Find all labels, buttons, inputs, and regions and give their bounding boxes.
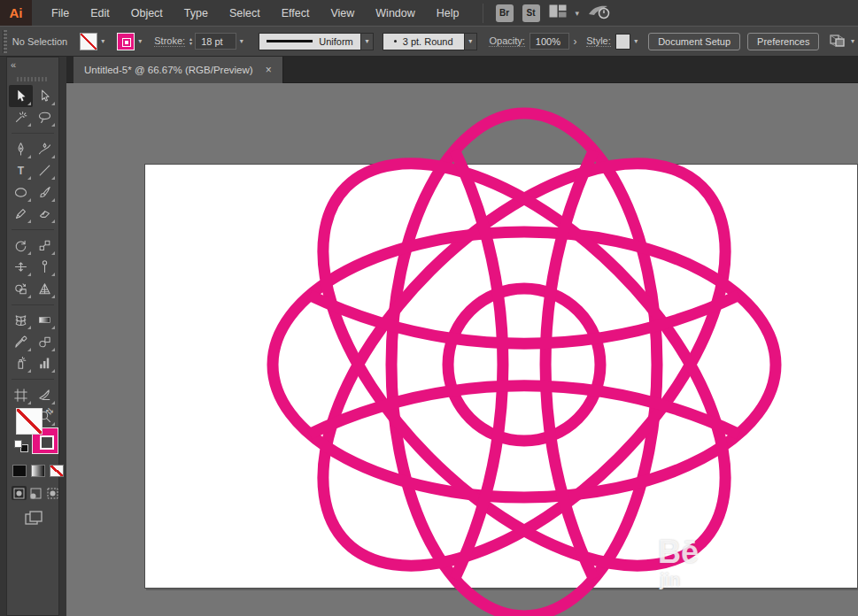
- puppet-warp-tool[interactable]: [33, 257, 57, 279]
- scale-tool[interactable]: [33, 235, 57, 257]
- mesh-tool[interactable]: [9, 310, 33, 332]
- selection-tool[interactable]: [9, 85, 33, 107]
- paintbrush-tool[interactable]: [33, 181, 57, 204]
- tab-close-icon[interactable]: ×: [266, 64, 272, 76]
- direct-selection-tool[interactable]: [33, 85, 57, 107]
- lasso-tool[interactable]: [33, 107, 57, 129]
- fill-chevron-icon[interactable]: ▾: [97, 37, 108, 45]
- menu-item-select[interactable]: Select: [219, 2, 271, 25]
- stroke-weight-chevron-icon[interactable]: ▾: [236, 37, 247, 45]
- width-profile-dropdown[interactable]: Uniform: [259, 33, 361, 50]
- control-bar-grip[interactable]: [3, 30, 7, 53]
- color-buttons: [12, 465, 64, 477]
- artboard-icon: [13, 388, 28, 403]
- workspace-switcher-icon[interactable]: [549, 4, 567, 21]
- draw-normal-button[interactable]: [12, 486, 27, 500]
- collapse-panel-button[interactable]: «: [11, 59, 16, 70]
- brush-value: 3 pt. Round: [403, 36, 453, 47]
- puppet-warp-icon: [37, 259, 52, 274]
- pen-tool[interactable]: [9, 138, 33, 160]
- document-tab-bar: Untitled-5* @ 66.67% (RGB/Preview) ×: [66, 57, 858, 83]
- width-tool[interactable]: [9, 257, 33, 279]
- menu-item-window[interactable]: Window: [365, 2, 425, 25]
- symbol-sprayer-tool[interactable]: [9, 353, 33, 375]
- eraser-tool[interactable]: [33, 204, 57, 226]
- app-buttons: BrSt: [496, 4, 540, 22]
- width-profile-chevron-icon[interactable]: ▾: [361, 33, 374, 50]
- screen-mode-button[interactable]: [25, 511, 43, 525]
- fill-proxy-swatch[interactable]: [16, 408, 43, 435]
- eraser-icon: [37, 206, 52, 221]
- ellipse-tool[interactable]: [9, 181, 33, 204]
- brush-dropdown[interactable]: 3 pt. Round: [383, 33, 465, 50]
- type-icon: T: [13, 163, 28, 178]
- pen-icon: [13, 142, 28, 157]
- style-label[interactable]: Style:: [586, 35, 611, 47]
- stroke-label[interactable]: Stroke:: [154, 35, 185, 47]
- menu-item-object[interactable]: Object: [120, 2, 174, 25]
- curvature-tool[interactable]: [33, 138, 57, 160]
- rotate-tool[interactable]: [9, 235, 33, 257]
- shape-builder-tool[interactable]: [9, 278, 33, 300]
- preferences-button[interactable]: Preferences: [747, 33, 819, 50]
- style-chevron-icon[interactable]: ▾: [630, 37, 641, 45]
- blend-tool[interactable]: [33, 331, 57, 353]
- gradient-icon: [37, 312, 52, 327]
- scale-icon: [37, 238, 52, 253]
- menu-item-effect[interactable]: Effect: [271, 2, 321, 25]
- opacity-label[interactable]: Opacity:: [489, 35, 524, 47]
- column-graph-tool[interactable]: [33, 353, 57, 375]
- opacity-submenu-icon[interactable]: ›: [569, 35, 582, 48]
- draw-behind-icon: [30, 488, 42, 499]
- menu-bar-right: BrSt ▾: [483, 4, 612, 23]
- panel-grip[interactable]: [17, 77, 49, 81]
- menu-item-file[interactable]: File: [41, 2, 80, 25]
- document-tab[interactable]: Untitled-5* @ 66.67% (RGB/Preview) ×: [73, 57, 283, 83]
- pencil-tool[interactable]: [9, 204, 33, 226]
- menu-item-type[interactable]: Type: [174, 2, 219, 25]
- tool-group-separator: [12, 225, 54, 230]
- eyedropper-tool[interactable]: [9, 331, 33, 353]
- workspace-chevron-icon[interactable]: ▾: [576, 9, 580, 18]
- symbol-sprayer-icon: [13, 356, 28, 371]
- stock-icon[interactable]: St: [522, 4, 540, 22]
- style-swatch[interactable]: [615, 34, 630, 50]
- perspective-grid-tool[interactable]: [33, 278, 57, 300]
- artboard-tool[interactable]: [9, 384, 33, 406]
- stroke-weight-field[interactable]: 18 pt: [195, 33, 236, 50]
- menu-item-help[interactable]: Help: [426, 2, 470, 25]
- line-segment-tool[interactable]: [33, 160, 57, 182]
- stroke-color-swatch[interactable]: [117, 33, 135, 50]
- artwork-ellipse: [252, 93, 796, 616]
- arrange-chevron-icon[interactable]: ▾: [847, 37, 858, 45]
- stroke-weight-stepper[interactable]: ▴ ▾: [189, 37, 192, 46]
- menu-item-view[interactable]: View: [320, 2, 365, 25]
- tool-group-separator: [12, 128, 54, 134]
- fill-color-swatch[interactable]: [80, 33, 97, 50]
- gradient-tool[interactable]: [33, 310, 57, 332]
- document-setup-button[interactable]: Document Setup: [648, 33, 740, 50]
- menu-item-edit[interactable]: Edit: [80, 2, 120, 25]
- shape-builder-icon: [13, 281, 28, 296]
- tool-group-separator: [12, 374, 54, 380]
- default-fill-stroke-icon[interactable]: [14, 440, 28, 452]
- type-tool[interactable]: T: [9, 160, 33, 182]
- none-button[interactable]: [50, 465, 64, 477]
- gradient-button[interactable]: [31, 465, 45, 477]
- color-button[interactable]: [12, 465, 27, 477]
- stroke-chevron-icon[interactable]: ▾: [135, 37, 145, 45]
- draw-behind-button[interactable]: [28, 486, 43, 500]
- artwork-ellipse: [273, 232, 776, 497]
- canvas-area[interactable]: Bē jin: [66, 83, 858, 616]
- bridge-icon[interactable]: Br: [496, 4, 514, 22]
- stroke-profile-preview: [267, 40, 313, 42]
- slice-tool[interactable]: [33, 384, 57, 406]
- brush-chevron-icon[interactable]: ▾: [465, 33, 477, 50]
- publish-share-icon[interactable]: [588, 4, 611, 23]
- arrange-icon[interactable]: [828, 33, 847, 50]
- opacity-field[interactable]: 100%: [529, 33, 569, 50]
- draw-inside-button[interactable]: [45, 486, 60, 500]
- eyedropper-icon: [13, 335, 28, 350]
- tool-grid: T: [9, 85, 57, 427]
- magic-wand-tool[interactable]: [9, 107, 33, 129]
